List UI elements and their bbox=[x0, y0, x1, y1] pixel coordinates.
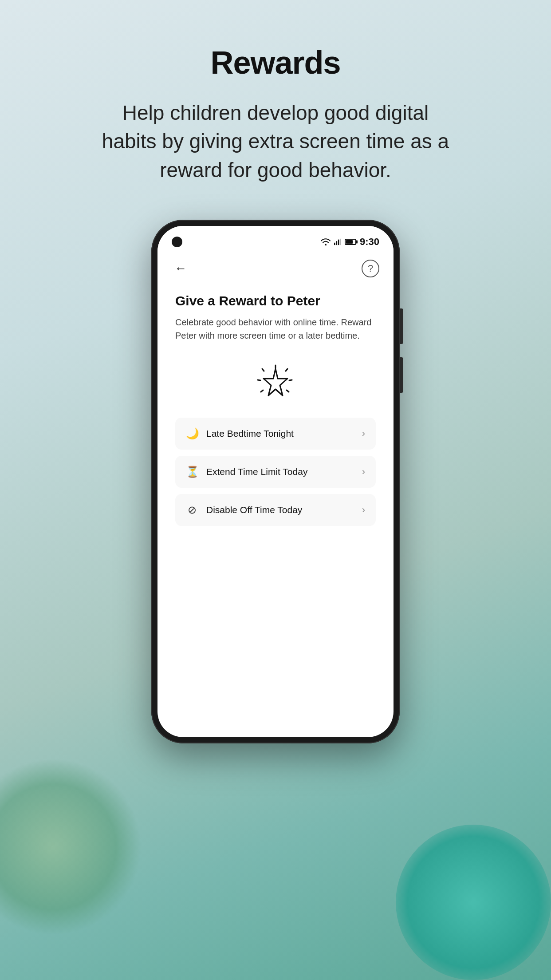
svg-rect-3 bbox=[340, 239, 341, 245]
page-title: Rewards bbox=[210, 44, 340, 81]
back-button[interactable]: ← bbox=[172, 260, 189, 277]
chevron-right-icon: › bbox=[362, 466, 365, 478]
phone-outer: 9:30 ← ? Give a Reward to Peter Celebrat… bbox=[151, 220, 400, 743]
menu-item-left: 🌙 Late Bedtime Tonight bbox=[186, 427, 294, 440]
star-container bbox=[175, 356, 376, 418]
star-icon bbox=[256, 364, 295, 404]
disable-offtime-label: Disable Off Time Today bbox=[206, 505, 302, 515]
status-right: 9:30 bbox=[321, 236, 379, 248]
help-button[interactable]: ? bbox=[362, 260, 379, 277]
wifi-icon bbox=[321, 238, 331, 245]
status-bar: 9:30 bbox=[157, 226, 394, 253]
chevron-right-icon: › bbox=[362, 504, 365, 516]
svg-rect-0 bbox=[334, 243, 335, 245]
menu-list: 🌙 Late Bedtime Tonight › ⏳ Extend Time L… bbox=[175, 418, 376, 526]
help-icon: ? bbox=[368, 263, 373, 274]
svg-line-10 bbox=[258, 380, 260, 380]
svg-line-8 bbox=[287, 390, 289, 392]
extend-time-item[interactable]: ⏳ Extend Time Limit Today › bbox=[175, 456, 376, 488]
svg-rect-2 bbox=[338, 240, 339, 245]
menu-item-left: ⊘ Disable Off Time Today bbox=[186, 504, 302, 516]
svg-line-6 bbox=[286, 369, 287, 371]
late-bedtime-label: Late Bedtime Tonight bbox=[206, 428, 294, 439]
chevron-right-icon: › bbox=[362, 428, 365, 439]
page-subtitle: Help children develop good digital habit… bbox=[76, 99, 475, 184]
disable-offtime-item[interactable]: ⊘ Disable Off Time Today › bbox=[175, 494, 376, 526]
svg-line-9 bbox=[262, 369, 264, 371]
late-bedtime-item[interactable]: 🌙 Late Bedtime Tonight › bbox=[175, 418, 376, 450]
hourglass-icon: ⏳ bbox=[186, 466, 198, 478]
camera-dot bbox=[172, 237, 182, 247]
status-time: 9:30 bbox=[360, 236, 379, 248]
svg-marker-4 bbox=[264, 369, 287, 395]
phone-mockup: 9:30 ← ? Give a Reward to Peter Celebrat… bbox=[151, 220, 400, 752]
signal-icon bbox=[334, 238, 341, 245]
svg-rect-1 bbox=[336, 241, 337, 245]
moon-icon: 🌙 bbox=[186, 427, 198, 440]
svg-line-11 bbox=[261, 390, 263, 392]
extend-time-label: Extend Time Limit Today bbox=[206, 466, 307, 477]
reward-title: Give a Reward to Peter bbox=[175, 293, 376, 308]
reward-description: Celebrate good behavior with online time… bbox=[175, 316, 376, 342]
screen-content: Give a Reward to Peter Celebrate good be… bbox=[157, 285, 394, 737]
block-icon: ⊘ bbox=[186, 504, 198, 516]
svg-line-7 bbox=[289, 380, 292, 380]
phone-screen: 9:30 ← ? Give a Reward to Peter Celebrat… bbox=[157, 226, 394, 737]
menu-item-left: ⏳ Extend Time Limit Today bbox=[186, 466, 307, 478]
battery-icon bbox=[345, 239, 356, 245]
back-arrow-icon: ← bbox=[174, 261, 187, 276]
nav-bar: ← ? bbox=[157, 253, 394, 285]
